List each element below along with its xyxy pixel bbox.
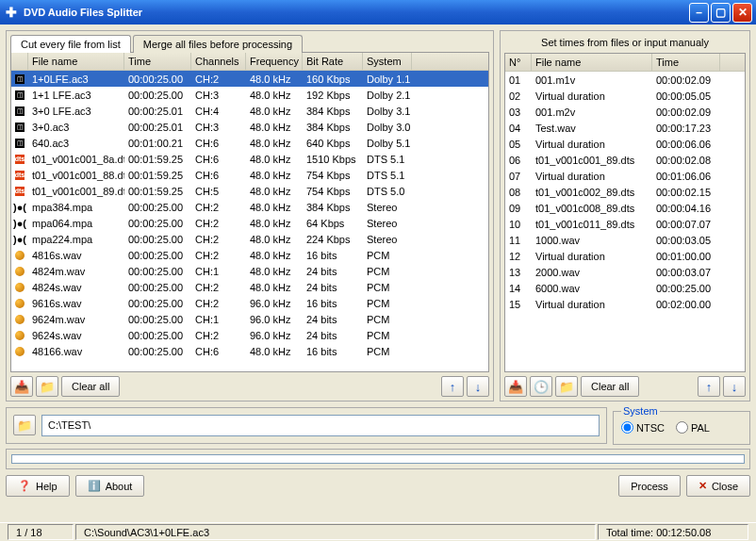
browse-path-button[interactable]: 📁	[13, 415, 36, 435]
time-row[interactable]: 02Virtual duration00:00:05.05	[505, 88, 745, 104]
cell-rfilename: 001.m1v	[532, 74, 652, 87]
cell-bitrate: 64 Kbps	[303, 217, 363, 230]
times-grid[interactable]: N° File name Time 01001.m1v00:00:02.0902…	[504, 53, 746, 372]
col-system[interactable]: System	[363, 53, 412, 70]
col-bitrate[interactable]: Bit Rate	[303, 53, 363, 70]
time-row[interactable]: 01001.m1v00:00:02.09	[505, 72, 745, 88]
pal-radio[interactable]: PAL	[676, 421, 710, 434]
minimize-button[interactable]: –	[689, 3, 709, 23]
add-folder-button[interactable]: 📁	[36, 376, 58, 397]
time-row[interactable]: 12Virtual duration00:01:00.00	[505, 248, 745, 264]
close-window-button[interactable]: ✕	[732, 3, 752, 23]
clear-all-right-button[interactable]: Clear all	[581, 376, 639, 397]
col-time[interactable]: Time	[124, 53, 191, 70]
cell-time: 00:01:59.25	[124, 153, 191, 166]
cell-frequency: 48.0 kHz	[246, 185, 303, 198]
file-row[interactable]: dtst01_v001c001_89.dts00:01:59.25CH:548.…	[11, 183, 488, 199]
clear-all-left-button[interactable]: Clear all	[61, 376, 120, 397]
cell-frequency: 48.0 kHz	[246, 89, 303, 102]
add-file-button[interactable]: 📥	[10, 376, 33, 397]
output-path-input[interactable]	[41, 415, 600, 436]
tab-cut[interactable]: Cut every file from list	[10, 35, 131, 53]
file-row[interactable]: ◫3+0 LFE.ac300:00:25.01CH:448.0 kHz384 K…	[11, 103, 488, 119]
cell-filename: mpa224.mpa	[28, 233, 124, 246]
wav-icon	[15, 251, 25, 260]
cell-num: 01	[505, 74, 532, 87]
file-row[interactable]: )●(mpa064.mpa00:00:25.00CH:248.0 kHz64 K…	[11, 215, 488, 231]
wav-icon	[15, 331, 25, 340]
cell-system: Dolby 3.0	[363, 121, 412, 134]
time-row[interactable]: 111000.wav00:00:03.05	[505, 232, 745, 248]
col-rtime[interactable]: Time	[652, 54, 720, 71]
time-row[interactable]: 146000.wav00:00:25.00	[505, 280, 745, 296]
cell-rtime: 00:00:03.07	[652, 266, 720, 279]
file-row[interactable]: ◫1+0LFE.ac300:00:25.00CH:248.0 kHz160 Kb…	[11, 71, 488, 87]
col-channels[interactable]: Channels	[191, 53, 246, 70]
col-rfilename[interactable]: File name	[532, 54, 652, 71]
cell-filename: 3+0 LFE.ac3	[28, 105, 124, 118]
file-row[interactable]: dtst01_v001c001_8a.dts00:01:59.25CH:648.…	[11, 151, 488, 167]
col-num[interactable]: N°	[505, 54, 532, 71]
ntsc-radio[interactable]: NTSC	[621, 421, 665, 434]
time-row[interactable]: 09t01_v001c008_89.dts00:00:04.16	[505, 200, 745, 216]
close-button[interactable]: ✕Close	[686, 475, 750, 497]
file-row[interactable]: 9624m.wav00:00:25.00CH:196.0 kHz24 bitsP…	[11, 311, 488, 327]
file-row[interactable]: 4824s.wav00:00:25.00CH:248.0 kHz24 bitsP…	[11, 279, 488, 295]
cell-num: 06	[505, 154, 532, 167]
move-up-left-button[interactable]: ↑	[441, 376, 464, 397]
cell-system: DTS 5.0	[363, 185, 412, 198]
cell-frequency: 48.0 kHz	[246, 105, 303, 118]
time-row[interactable]: 15Virtual duration00:02:00.00	[505, 296, 745, 312]
file-row[interactable]: 9624s.wav00:00:25.00CH:296.0 kHz24 bitsP…	[11, 327, 488, 343]
help-button[interactable]: ❓Help	[6, 475, 70, 497]
file-row[interactable]: ◫640.ac300:01:00.21CH:648.0 kHz640 KbpsD…	[11, 135, 488, 151]
cell-rfilename: Virtual duration	[532, 90, 652, 103]
move-down-left-button[interactable]: ↓	[467, 376, 489, 397]
cell-frequency: 48.0 kHz	[246, 249, 303, 262]
move-up-right-button[interactable]: ↑	[698, 376, 720, 397]
time-row[interactable]: 08t01_v001c002_89.dts00:00:02.15	[505, 184, 745, 200]
info-icon: ℹ️	[88, 480, 101, 492]
cell-rfilename: Virtual duration	[532, 250, 652, 263]
cell-system: PCM	[363, 297, 412, 310]
file-list-grid[interactable]: File name Time Channels Frequency Bit Ra…	[10, 52, 489, 372]
time-row[interactable]: 132000.wav00:00:03.07	[505, 264, 745, 280]
add-time-folder-button[interactable]: 📁	[555, 376, 578, 397]
file-row[interactable]: 4816s.wav00:00:25.00CH:248.0 kHz16 bitsP…	[11, 247, 488, 263]
cell-num: 09	[505, 202, 532, 215]
add-time-file-button[interactable]: 📥	[504, 376, 527, 397]
dolby-icon: ◫	[15, 123, 25, 132]
maximize-button[interactable]: ▢	[711, 3, 731, 23]
file-row[interactable]: dtst01_v001c001_88.dts00:01:59.25CH:648.…	[11, 167, 488, 183]
dts-icon: dts	[15, 187, 25, 196]
file-row[interactable]: ◫1+1 LFE.ac300:00:25.00CH:348.0 kHz192 K…	[11, 87, 488, 103]
time-row[interactable]: 05Virtual duration00:00:06.06	[505, 136, 745, 152]
about-button[interactable]: ℹ️About	[75, 475, 145, 497]
file-row[interactable]: ◫3+0.ac300:00:25.01CH:348.0 kHz384 KbpsD…	[11, 119, 488, 135]
cell-num: 12	[505, 250, 532, 263]
move-down-right-button[interactable]: ↓	[723, 376, 746, 397]
file-row[interactable]: 48166.wav00:00:25.00CH:648.0 kHz16 bitsP…	[11, 343, 488, 359]
clock-button[interactable]: 🕒	[530, 376, 552, 397]
process-button[interactable]: Process	[618, 475, 681, 497]
file-row[interactable]: )●(mpa384.mpa00:00:25.00CH:248.0 kHz384 …	[11, 199, 488, 215]
wav-icon	[15, 283, 25, 292]
time-row[interactable]: 10t01_v001c011_89.dts00:00:07.07	[505, 216, 745, 232]
mpa-icon: )●(	[13, 218, 26, 229]
cell-channels: CH:6	[191, 345, 246, 358]
tab-merge[interactable]: Merge all files before processing	[133, 35, 303, 53]
time-row[interactable]: 07Virtual duration00:01:06.06	[505, 168, 745, 184]
file-row[interactable]: )●(mpa224.mpa00:00:25.00CH:248.0 kHz224 …	[11, 231, 488, 247]
col-frequency[interactable]: Frequency	[246, 53, 303, 70]
cell-bitrate: 24 bits	[303, 265, 363, 278]
cell-channels: CH:2	[191, 217, 246, 230]
cell-frequency: 96.0 kHz	[246, 329, 303, 342]
file-row[interactable]: 4824m.wav00:00:25.00CH:148.0 kHz24 bitsP…	[11, 263, 488, 279]
time-row[interactable]: 06t01_v001c001_89.dts00:00:02.08	[505, 152, 745, 168]
cell-filename: t01_v001c001_89.dts	[28, 185, 124, 198]
time-row[interactable]: 03001.m2v00:00:02.09	[505, 104, 745, 120]
col-filename[interactable]: File name	[28, 53, 124, 70]
cell-rfilename: 6000.wav	[532, 282, 652, 295]
time-row[interactable]: 04Test.wav00:00:17.23	[505, 120, 745, 136]
file-row[interactable]: 9616s.wav00:00:25.00CH:296.0 kHz16 bitsP…	[11, 295, 488, 311]
